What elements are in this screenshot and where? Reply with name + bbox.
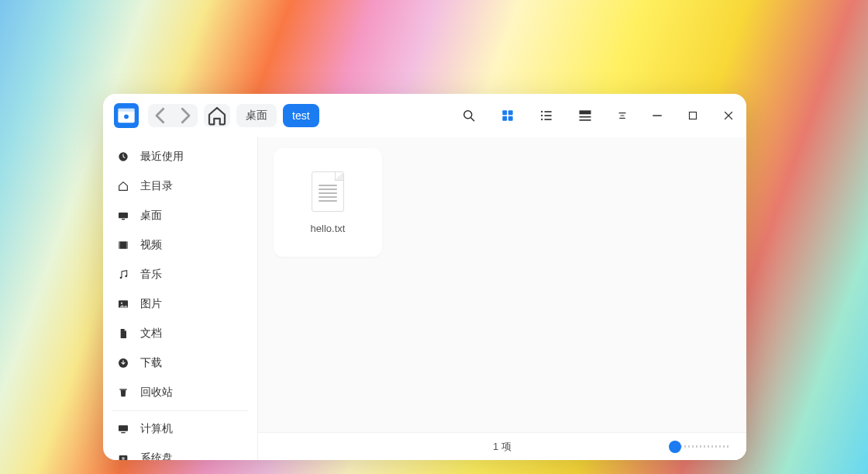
nav-buttons — [148, 104, 198, 127]
clock-icon — [117, 151, 129, 163]
svg-point-25 — [125, 275, 127, 278]
svg-point-12 — [541, 119, 542, 120]
home-icon — [117, 180, 129, 192]
titlebar: 桌面 test — [103, 94, 746, 137]
svg-rect-31 — [121, 432, 125, 433]
sidebar-item-label: 最近使用 — [140, 150, 184, 164]
svg-point-33 — [122, 457, 125, 460]
detail-view-icon[interactable] — [577, 108, 593, 123]
window-controls — [650, 109, 735, 123]
sidebar-divider — [112, 410, 248, 411]
statusbar: 1 项 — [258, 432, 746, 460]
trash-icon — [117, 386, 129, 399]
svg-rect-13 — [545, 119, 552, 120]
svg-rect-5 — [508, 110, 513, 115]
sidebar-item-label: 桌面 — [140, 209, 162, 223]
sidebar-item-systemdisk[interactable]: 系统盘 — [103, 444, 257, 460]
sidebar-item-desktop[interactable]: 桌面 — [103, 201, 257, 230]
file-item[interactable]: hello.txt — [274, 148, 382, 257]
zoom-slider[interactable] — [669, 445, 731, 449]
minimize-button[interactable] — [650, 109, 664, 123]
svg-rect-20 — [122, 219, 125, 220]
svg-rect-17 — [690, 112, 697, 119]
sidebar-item-label: 音乐 — [140, 268, 162, 282]
svg-point-3 — [464, 111, 472, 119]
close-button[interactable] — [722, 109, 735, 123]
sidebar-item-label: 主目录 — [140, 179, 173, 193]
svg-point-27 — [121, 303, 122, 304]
svg-rect-14 — [580, 110, 591, 114]
sidebar-item-label: 系统盘 — [140, 452, 173, 460]
svg-point-8 — [541, 111, 542, 112]
list-view-icon[interactable] — [539, 108, 554, 123]
svg-point-2 — [124, 114, 129, 119]
sidebar-item-label: 下载 — [140, 356, 162, 370]
doc-icon — [117, 327, 129, 340]
toolbar-icons — [461, 108, 629, 123]
svg-rect-30 — [119, 425, 128, 431]
content-area: hello.txt 1 项 — [258, 137, 746, 460]
svg-rect-1 — [118, 109, 134, 112]
breadcrumb-current[interactable]: test — [283, 104, 319, 127]
text-file-icon — [312, 171, 344, 212]
computer-icon — [117, 423, 129, 435]
svg-point-10 — [541, 115, 542, 116]
svg-rect-16 — [580, 119, 591, 121]
item-count: 1 项 — [493, 440, 512, 454]
video-icon — [117, 239, 129, 251]
maximize-button[interactable] — [686, 109, 700, 123]
disk-icon — [117, 452, 129, 460]
breadcrumb-parent[interactable]: 桌面 — [236, 104, 277, 127]
file-grid[interactable]: hello.txt — [258, 137, 746, 432]
svg-point-24 — [120, 277, 122, 279]
download-icon — [117, 357, 129, 369]
sidebar-item-label: 回收站 — [140, 386, 173, 400]
svg-rect-7 — [508, 116, 513, 121]
sidebar-item-label: 计算机 — [140, 422, 173, 436]
music-icon — [117, 268, 129, 281]
svg-rect-9 — [545, 111, 552, 112]
svg-rect-11 — [545, 115, 552, 116]
sidebar-item-home[interactable]: 主目录 — [103, 171, 257, 201]
svg-rect-4 — [502, 110, 507, 115]
svg-rect-23 — [126, 241, 128, 248]
svg-rect-29 — [119, 389, 126, 389]
sidebar-item-computer[interactable]: 计算机 — [103, 414, 257, 444]
svg-rect-15 — [580, 116, 591, 118]
svg-rect-22 — [119, 241, 120, 248]
grid-view-icon[interactable] — [500, 108, 515, 123]
sidebar-item-music[interactable]: 音乐 — [103, 260, 257, 289]
sidebar-item-videos[interactable]: 视频 — [103, 230, 257, 260]
image-icon — [117, 298, 129, 310]
forward-button[interactable] — [173, 104, 198, 127]
svg-rect-19 — [119, 213, 128, 218]
home-button[interactable] — [204, 104, 230, 127]
file-manager-window: 桌面 test — [103, 94, 746, 460]
sidebar-item-downloads[interactable]: 下载 — [103, 348, 257, 378]
sidebar-item-pictures[interactable]: 图片 — [103, 289, 257, 319]
sidebar-item-documents[interactable]: 文档 — [103, 319, 257, 348]
search-icon[interactable] — [461, 108, 477, 123]
body: 最近使用 主目录 桌面 视频 音乐 图片 — [103, 137, 746, 460]
sidebar-item-trash[interactable]: 回收站 — [103, 378, 257, 407]
sidebar: 最近使用 主目录 桌面 视频 音乐 图片 — [103, 137, 258, 460]
sidebar-item-label: 视频 — [140, 238, 162, 252]
menu-icon[interactable] — [616, 108, 629, 123]
sidebar-item-label: 文档 — [140, 327, 162, 341]
app-icon — [114, 103, 139, 128]
desktop-icon — [117, 209, 129, 222]
file-name: hello.txt — [311, 223, 346, 234]
sidebar-item-label: 图片 — [140, 297, 162, 311]
sidebar-item-recent[interactable]: 最近使用 — [103, 142, 257, 171]
back-button[interactable] — [148, 104, 173, 127]
svg-rect-6 — [502, 116, 507, 121]
